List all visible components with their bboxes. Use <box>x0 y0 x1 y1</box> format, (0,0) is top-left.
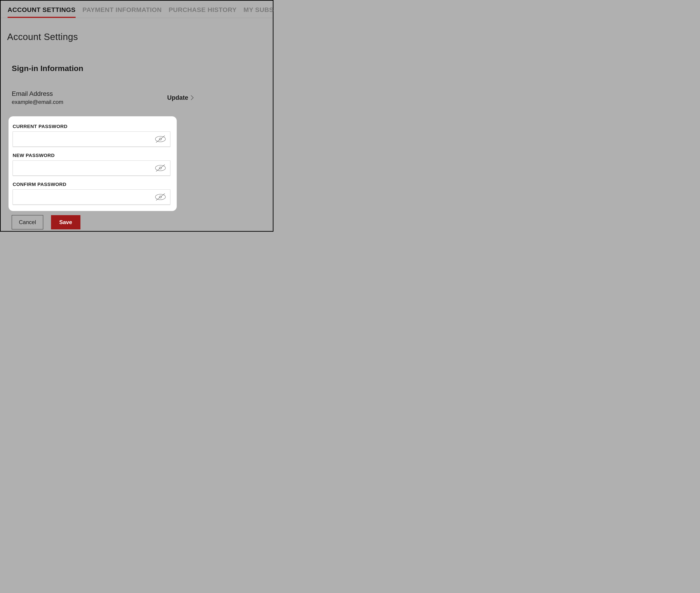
new-password-input[interactable] <box>13 160 170 175</box>
update-label: Update <box>167 94 188 102</box>
confirm-password-label: CONFIRM PASSWORD <box>13 182 170 187</box>
current-password-label: CURRENT PASSWORD <box>13 124 170 129</box>
svg-line-2 <box>156 135 165 143</box>
email-value: example@email.com <box>12 99 63 105</box>
password-card: CURRENT PASSWORD NEW PASSWORD <box>8 116 177 211</box>
toggle-visibility-confirm[interactable] <box>155 193 166 201</box>
update-email-link[interactable]: Update <box>167 94 194 102</box>
page-title: Account Settings <box>1 18 273 42</box>
svg-line-8 <box>156 194 165 200</box>
account-page: ACCOUNT SETTINGS PAYMENT INFORMATION PUR… <box>0 0 274 232</box>
tab-my-subscriptions[interactable]: MY SUBSCRIPTIONS <box>244 6 274 18</box>
chevron-right-icon <box>191 95 194 101</box>
tabs-nav: ACCOUNT SETTINGS PAYMENT INFORMATION PUR… <box>1 1 273 18</box>
confirm-password-group: CONFIRM PASSWORD <box>13 182 170 205</box>
tab-purchase-history[interactable]: PURCHASE HISTORY <box>169 6 237 18</box>
tab-account-settings[interactable]: ACCOUNT SETTINGS <box>8 6 76 18</box>
save-button[interactable]: Save <box>51 215 80 229</box>
eye-off-icon <box>155 164 166 172</box>
tab-payment-information[interactable]: PAYMENT INFORMATION <box>83 6 162 18</box>
email-label: Email Address <box>12 90 63 97</box>
cancel-button[interactable]: Cancel <box>12 215 43 229</box>
signin-section-title: Sign-in Information <box>1 42 273 73</box>
eye-off-icon <box>155 135 166 143</box>
toggle-visibility-current[interactable] <box>155 135 166 143</box>
confirm-password-wrapper <box>13 189 170 205</box>
eye-off-icon <box>155 193 166 201</box>
new-password-group: NEW PASSWORD <box>13 153 170 175</box>
new-password-label: NEW PASSWORD <box>13 153 170 158</box>
svg-line-5 <box>156 165 165 171</box>
current-password-group: CURRENT PASSWORD <box>13 124 170 147</box>
current-password-input[interactable] <box>13 131 170 147</box>
current-password-wrapper <box>13 131 170 147</box>
email-row: Email Address example@email.com Update <box>1 73 194 105</box>
toggle-visibility-new[interactable] <box>155 164 166 172</box>
action-button-row: Cancel Save <box>1 211 273 229</box>
new-password-wrapper <box>13 160 170 175</box>
confirm-password-input[interactable] <box>13 189 170 205</box>
email-block: Email Address example@email.com <box>12 90 63 105</box>
